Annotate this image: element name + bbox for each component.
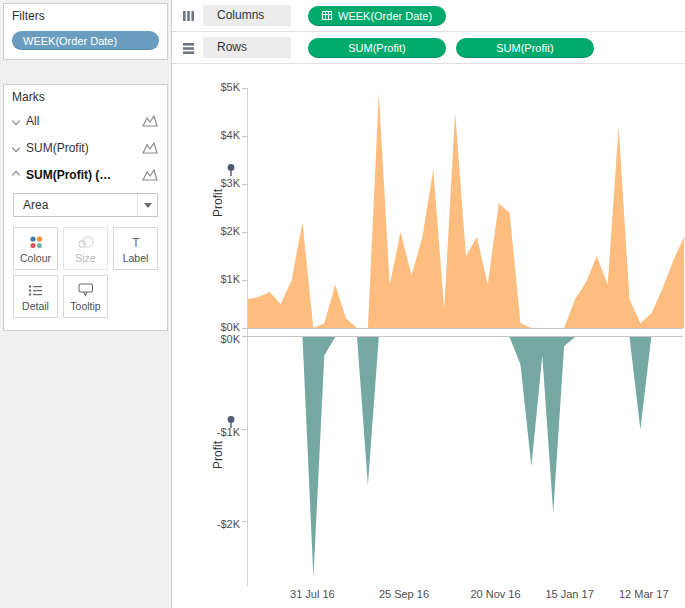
tooltip-icon — [78, 281, 94, 298]
columns-shelf-label: Columns — [203, 5, 291, 26]
area-chart-icon — [142, 142, 158, 154]
filters-title: Filters — [4, 4, 167, 26]
dropdown-caret-icon[interactable] — [137, 194, 157, 216]
tableau-window: Filters WEEK(Order Date) Marks All SUM(P… — [0, 0, 685, 608]
mark-type-value: Area — [14, 198, 137, 212]
pin-icon — [225, 163, 237, 177]
y-axis-tick-label: -$2K — [190, 518, 240, 530]
marks-buttons: Colour Size T Label — [13, 227, 158, 318]
label-button[interactable]: T Label — [113, 227, 158, 270]
main-area: Columns WEEK(Order Date) Rows SUM(Profit… — [172, 0, 685, 608]
y-axis-tick-mark — [242, 521, 247, 522]
y-axis-tick-mark — [242, 328, 247, 329]
y-axis-tick-label: $0K — [190, 333, 240, 345]
y-axis-tick-mark — [242, 336, 247, 337]
x-axis-tick-label: 12 Mar 17 — [606, 588, 682, 600]
size-button[interactable]: Size — [63, 227, 108, 270]
size-icon — [77, 233, 94, 250]
marks-row-label: All — [26, 114, 135, 128]
marks-card: Marks All SUM(Profit) SUM(Profit) (… Are… — [3, 84, 168, 331]
tooltip-button[interactable]: Tooltip — [63, 275, 108, 318]
chevron-down-icon[interactable] — [12, 116, 20, 124]
area-mark-negative-profit[interactable] — [248, 337, 684, 587]
columns-icon — [182, 10, 195, 22]
area-mark-positive-profit[interactable] — [248, 88, 684, 328]
y-axis-tick-label: $5K — [190, 81, 240, 93]
x-axis-tick-label: 15 Jan 17 — [532, 588, 608, 600]
y-axis-tick-mark — [242, 232, 247, 233]
y-axis-tick-mark — [242, 136, 247, 137]
rows-icon — [182, 42, 195, 54]
y-axis-tick-mark — [242, 280, 247, 281]
chevron-down-icon[interactable] — [12, 143, 20, 151]
y-axis-tick-label: $0K — [190, 321, 240, 333]
detail-button[interactable]: Detail — [13, 275, 58, 318]
tooltip-button-label: Tooltip — [70, 300, 100, 312]
columns-pills: WEEK(Order Date) — [308, 6, 446, 26]
label-icon: T — [129, 233, 143, 250]
columns-shelf[interactable]: Columns WEEK(Order Date) — [172, 0, 685, 32]
rows-shelf[interactable]: Rows SUM(Profit) SUM(Profit) — [172, 32, 685, 64]
grid-icon — [322, 11, 332, 20]
x-axis-tick-label: 25 Sep 16 — [366, 588, 442, 600]
rows-pills: SUM(Profit) SUM(Profit) — [308, 38, 594, 58]
y-axis-tick-mark — [242, 184, 247, 185]
marks-row-sum-profit-2[interactable]: SUM(Profit) (… — [4, 161, 167, 188]
marks-title: Marks — [4, 85, 167, 107]
filters-card: Filters WEEK(Order Date) — [3, 3, 168, 60]
chevron-up-icon[interactable] — [12, 170, 20, 178]
pill-sum-profit-2[interactable]: SUM(Profit) — [456, 38, 594, 58]
marks-row-label: SUM(Profit) — [26, 141, 135, 155]
pill-label: SUM(Profit) — [496, 42, 553, 54]
marks-row-sum-profit-1[interactable]: SUM(Profit) — [4, 134, 167, 161]
pill-label: WEEK(Order Date) — [338, 10, 432, 22]
y-axis-tick-mark — [242, 88, 247, 89]
zero-line-top — [247, 328, 683, 329]
y-axis-tick-label: $3K — [190, 177, 240, 189]
pill-sum-profit-1[interactable]: SUM(Profit) — [308, 38, 446, 58]
y-axis-tick-label: $4K — [190, 129, 240, 141]
filter-pill-label: WEEK(Order Date) — [23, 35, 117, 47]
colour-icon — [29, 233, 43, 250]
y-axis-tick-label: $2K — [190, 225, 240, 237]
colour-button[interactable]: Colour — [13, 227, 58, 270]
svg-text:T: T — [132, 236, 140, 249]
marks-row-label: SUM(Profit) (… — [26, 168, 135, 182]
mark-type-dropdown[interactable]: Area — [13, 193, 158, 217]
y-axis-tick-mark — [242, 429, 247, 430]
x-axis-tick-label: 20 Nov 16 — [458, 588, 534, 600]
colour-button-label: Colour — [20, 252, 51, 264]
detail-icon — [28, 281, 43, 298]
label-button-label: Label — [123, 252, 149, 264]
y-axis-tick-label: $1K — [190, 273, 240, 285]
chart-pane[interactable]: Profit Profit $5K$4K$3K$2K$1K$0K$0K-$1K-… — [172, 64, 685, 608]
pill-label: SUM(Profit) — [348, 42, 405, 54]
filter-pill-week-order-date[interactable]: WEEK(Order Date) — [12, 31, 159, 50]
area-chart-icon — [142, 169, 158, 181]
size-button-label: Size — [75, 252, 95, 264]
x-axis-tick-label: 31 Jul 16 — [274, 588, 350, 600]
rows-shelf-label: Rows — [203, 37, 291, 58]
detail-button-label: Detail — [22, 300, 49, 312]
sidebar: Filters WEEK(Order Date) Marks All SUM(P… — [0, 0, 172, 608]
y-axis-tick-label: -$1K — [190, 426, 240, 438]
marks-row-all[interactable]: All — [4, 107, 167, 134]
area-chart-icon — [142, 115, 158, 127]
pill-week-order-date[interactable]: WEEK(Order Date) — [308, 6, 446, 26]
